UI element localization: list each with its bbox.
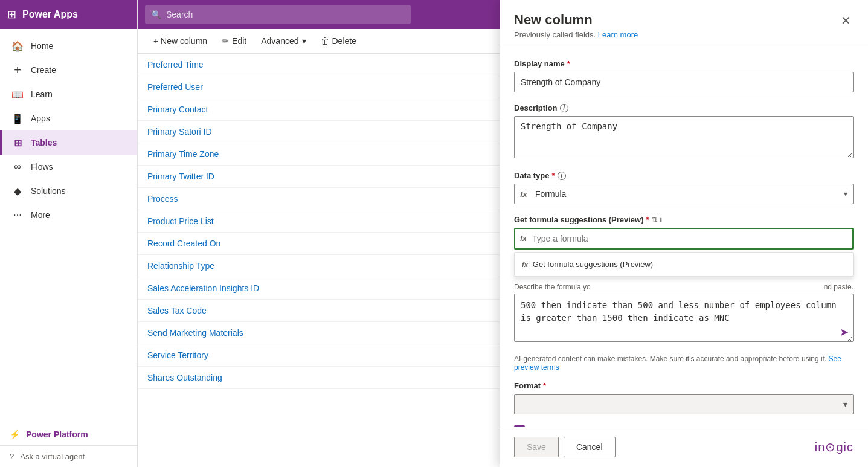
formula-info-icon[interactable]: i [660, 215, 663, 224]
row-name[interactable]: Send Marketing Materials [138, 322, 541, 344]
format-select-wrap: ▾ [514, 394, 854, 414]
data-type-group: Data type * i fx Formula Text Number Dat… [514, 171, 854, 204]
required-marker2: * [552, 171, 555, 180]
sidebar-nav: 🏠 Home + Create 📖 Learn 📱 Apps ⊞ Tables … [0, 29, 137, 424]
edit-icon: ✏ [222, 36, 229, 46]
delete-label: Delete [332, 36, 356, 46]
advanced-label: Advanced [261, 36, 298, 46]
solutions-icon: ◆ [11, 185, 24, 197]
row-name[interactable]: Primary Contact [138, 98, 541, 121]
sidebar-item-label: More [31, 210, 50, 220]
sidebar-item-solutions[interactable]: ◆ Solutions [0, 179, 137, 203]
row-name[interactable]: Sales Acceleration Insights ID [138, 277, 541, 300]
footer-buttons: Save Cancel [514, 437, 616, 457]
panel-subtitle-text: Previously called fields. [514, 30, 596, 39]
sidebar-item-label: Flows [31, 162, 53, 172]
more-icon: ··· [11, 209, 24, 221]
formula-suggestions-section: Get formula suggestions (Preview) * ⇅ i … [514, 215, 854, 344]
new-column-button[interactable]: + New column [147, 33, 213, 50]
row-name[interactable]: Primary Twitter ID [138, 166, 541, 188]
formula-dropdown-item[interactable]: fx Get formula suggestions (Preview) [515, 255, 853, 274]
formula-suggestions-label: Get formula suggestions (Preview) * ⇅ i [514, 215, 854, 224]
description-textarea[interactable] [514, 116, 854, 158]
chevron-down-icon: ▾ [302, 36, 306, 46]
formula-send-button[interactable]: ➤ [840, 326, 849, 339]
panel-body: Display name * Description i Data type *… [500, 47, 868, 427]
row-name[interactable]: Relationship Type [138, 255, 541, 277]
sidebar-item-label: Home [31, 41, 53, 51]
copy-hint: nd paste. [824, 283, 854, 291]
sidebar: ⊞ Power Apps 🏠 Home + Create 📖 Learn 📱 A… [0, 0, 138, 467]
formula-textarea-wrap: ➤ [514, 294, 854, 344]
main-area: 🔍 Search + New column ✏ Edit Advanced ▾ … [138, 0, 868, 467]
sidebar-item-label: Learn [31, 89, 53, 99]
panel-subtitle: Previously called fields. Learn more [514, 30, 638, 39]
type-formula-input[interactable] [514, 228, 854, 250]
format-group: Format * ▾ [514, 381, 854, 414]
home-icon: 🏠 [11, 40, 24, 52]
sidebar-item-flows[interactable]: ∞ Flows [0, 155, 137, 179]
data-type-info-icon[interactable]: i [558, 172, 566, 180]
learn-icon: 📖 [11, 88, 24, 100]
panel-footer: Save Cancel in⊙gic [500, 427, 868, 467]
description-info-icon[interactable]: i [560, 104, 568, 112]
data-type-select[interactable]: Formula Text Number Date [514, 184, 854, 204]
row-name[interactable]: Process [138, 188, 541, 210]
grid-icon: ⊞ [7, 8, 16, 21]
save-button[interactable]: Save [514, 437, 559, 457]
formula-fx-icon: fx [520, 190, 527, 199]
row-name[interactable]: Service Territory [138, 344, 541, 367]
formula-textarea[interactable] [514, 294, 854, 342]
row-name[interactable]: Sales Tax Code [138, 300, 541, 322]
power-platform-icon: ⚡ [10, 430, 20, 439]
sidebar-item-more[interactable]: ··· More [0, 203, 137, 227]
dropdown-item-label: Get formula suggestions (Preview) [533, 260, 653, 269]
learn-more-link[interactable]: Learn more [598, 30, 638, 39]
agent-icon: ? [10, 452, 14, 461]
description-label: Description i [514, 103, 854, 112]
ask-agent[interactable]: ? Ask a virtual agent [0, 445, 137, 467]
apps-icon: 📱 [11, 112, 24, 124]
sidebar-header: ⊞ Power Apps [0, 0, 137, 29]
formula-dropdown: fx Get formula suggestions (Preview) [514, 252, 854, 277]
describe-label: Describe the formula yo [514, 283, 591, 291]
ask-agent-label: Ask a virtual agent [20, 452, 85, 461]
row-name[interactable]: Primary Time Zone [138, 143, 541, 166]
search-box[interactable]: 🔍 Search [145, 5, 411, 24]
sidebar-item-label: Solutions [31, 186, 66, 196]
sidebar-item-create[interactable]: + Create [0, 58, 137, 82]
formula-input-fx-icon: fx [520, 234, 527, 243]
sidebar-item-home[interactable]: 🏠 Home [0, 34, 137, 58]
delete-icon: 🗑 [321, 36, 329, 46]
edit-label: Edit [232, 36, 246, 46]
advanced-button[interactable]: Advanced ▾ [255, 33, 312, 50]
cancel-button[interactable]: Cancel [564, 437, 616, 457]
format-select[interactable] [514, 394, 854, 414]
panel-header: New column Previously called fields. Lea… [500, 0, 868, 47]
display-name-group: Display name * [514, 59, 854, 92]
spinner-arrows[interactable]: ⇅ [652, 216, 658, 224]
row-name[interactable]: Shares Outstanding [138, 367, 541, 389]
describe-area: Describe the formula yo nd paste. ➤ [514, 283, 854, 344]
row-name[interactable]: Record Created On [138, 233, 541, 255]
delete-button[interactable]: 🗑 Delete [315, 33, 362, 50]
required-marker3: * [646, 215, 649, 224]
flows-icon: ∞ [11, 161, 24, 173]
edit-button[interactable]: ✏ Edit [216, 33, 252, 50]
format-label: Format * [514, 381, 854, 390]
row-name[interactable]: Preferred User [138, 76, 541, 98]
row-name[interactable]: Preferred Time [138, 54, 541, 76]
right-panel: New column Previously called fields. Lea… [500, 0, 868, 467]
display-name-input[interactable] [514, 72, 854, 92]
new-column-label: + New column [153, 36, 207, 46]
row-name[interactable]: Primary Satori ID [138, 121, 541, 143]
sidebar-item-learn[interactable]: 📖 Learn [0, 82, 137, 106]
inogic-logo: in⊙gic [815, 440, 854, 454]
dropdown-fx-icon: fx [522, 261, 528, 268]
data-type-select-wrap: fx Formula Text Number Date ▾ [514, 184, 854, 204]
row-name[interactable]: Product Price List [138, 210, 541, 233]
sidebar-item-power-platform[interactable]: ⚡ Power Platform [0, 424, 137, 445]
sidebar-item-tables[interactable]: ⊞ Tables [0, 130, 137, 155]
sidebar-item-apps[interactable]: 📱 Apps [0, 106, 137, 130]
panel-close-button[interactable]: ✕ [838, 12, 854, 29]
